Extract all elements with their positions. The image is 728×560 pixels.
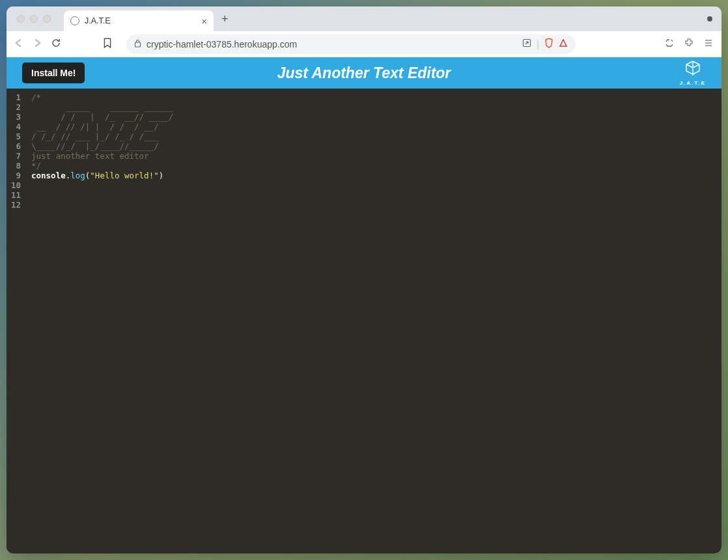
address-bar[interactable]: cryptic-hamlet-03785.herokuapp.com | <box>126 35 576 54</box>
extensions-icon[interactable] <box>684 38 694 50</box>
line-number: 10 <box>7 180 23 190</box>
line-number: 6 <box>7 141 23 151</box>
brave-shield-icon[interactable] <box>544 38 553 50</box>
url-text: cryptic-hamlet-03785.herokuapp.com <box>147 39 297 49</box>
code-line: just another text editor <box>31 151 173 161</box>
back-button[interactable] <box>14 38 23 49</box>
code-line: console.log("Hello world!") <box>31 171 173 180</box>
code-line: / /_/ // ___ |_/ /_ / /___ <box>31 132 173 141</box>
app-title: Just Another Text Editor <box>277 64 451 82</box>
new-tab-button[interactable]: + <box>221 12 229 26</box>
globe-icon <box>70 16 79 25</box>
browser-tab-bar: J.A.T.E × + <box>7 7 721 31</box>
line-number: 9 <box>7 171 23 180</box>
code-line: _____ ______ ______ <box>31 102 173 112</box>
bookmark-icon[interactable] <box>103 38 112 50</box>
divider: | <box>537 39 539 49</box>
line-number: 12 <box>7 200 23 210</box>
token-method: log <box>70 171 85 180</box>
reload-button[interactable] <box>51 38 61 50</box>
close-tab-icon[interactable]: × <box>201 16 207 26</box>
toolbar-right <box>664 38 714 50</box>
browser-toolbar: cryptic-hamlet-03785.herokuapp.com | <box>7 31 721 57</box>
forward-button[interactable] <box>33 38 42 49</box>
code-line: */ <box>31 161 173 171</box>
line-number: 8 <box>7 161 23 171</box>
code-line: / / | /_ __// ____/ <box>31 112 173 122</box>
app-logo: J.A.T.E <box>680 60 706 86</box>
line-number: 3 <box>7 112 23 122</box>
logo-text: J.A.T.E <box>680 80 706 86</box>
token-string: "Hello world!" <box>90 171 158 180</box>
code-line: /* <box>31 92 173 102</box>
close-window-button[interactable] <box>17 15 25 23</box>
cube-icon <box>684 60 701 77</box>
app-header: Install Me! Just Another Text Editor J.A… <box>7 57 721 89</box>
recycle-icon[interactable] <box>664 38 675 50</box>
line-number: 5 <box>7 132 23 141</box>
tab-title: J.A.T.E <box>85 16 111 25</box>
menu-icon[interactable] <box>703 38 714 50</box>
code-line: __ / // /| | / / / __/ <box>31 122 173 132</box>
line-number: 4 <box>7 122 23 132</box>
line-number: 11 <box>7 190 23 200</box>
line-number: 1 <box>7 92 23 102</box>
code-content[interactable]: /* _____ ______ ______ / / | /_ __// ___… <box>27 89 173 553</box>
brave-rewards-icon[interactable] <box>559 38 568 49</box>
lock-icon <box>134 39 141 49</box>
line-number: 2 <box>7 102 23 112</box>
token-paren-close: ) <box>159 171 164 180</box>
window-controls <box>13 15 55 23</box>
svg-rect-0 <box>135 42 141 47</box>
minimize-window-button[interactable] <box>30 15 38 23</box>
code-line: \____//_/ |_/____//_____/ <box>31 141 173 151</box>
maximize-window-button[interactable] <box>43 15 51 23</box>
token-object: console <box>31 171 66 180</box>
browser-window: J.A.T.E × + cryptic-hamlet-03785.herokua… <box>7 7 721 553</box>
browser-tab[interactable]: J.A.T.E × <box>64 10 214 31</box>
external-link-icon[interactable] <box>522 38 531 49</box>
install-button[interactable]: Install Me! <box>22 63 85 83</box>
tab-overflow-icon[interactable] <box>705 14 715 24</box>
code-editor[interactable]: 1 2 3 4 5 6 7 8 9 10 11 12 /* _____ ____… <box>7 89 721 553</box>
line-gutter: 1 2 3 4 5 6 7 8 9 10 11 12 <box>7 89 27 553</box>
line-number: 7 <box>7 151 23 161</box>
